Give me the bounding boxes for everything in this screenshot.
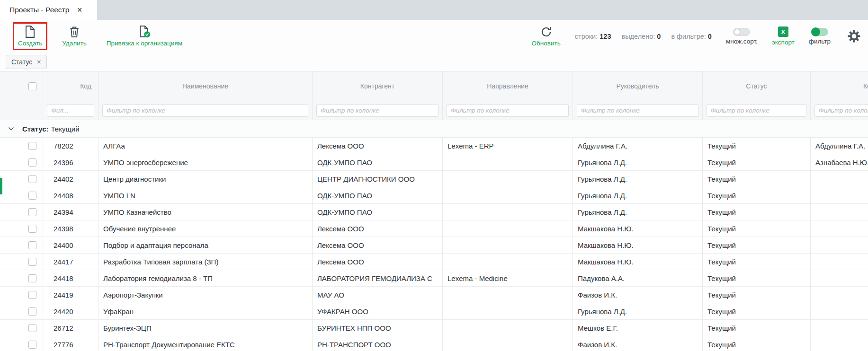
settings-gear-icon[interactable] (848, 30, 860, 43)
cell-code: 24400 (43, 237, 98, 253)
row-checkbox[interactable] (28, 341, 36, 349)
multisort-toggle[interactable]: множ.сорт. (726, 28, 758, 45)
cell-code: 24402 (43, 171, 98, 187)
cell-name: Подбор и адаптация персонала (98, 237, 313, 253)
checkbox-column-filter-cell (22, 101, 43, 120)
cell-team (811, 303, 868, 319)
cell-status: Текущий (703, 187, 811, 203)
expand-cell (0, 254, 22, 270)
row-checkbox[interactable] (28, 208, 36, 216)
expand-cell (0, 187, 22, 203)
expand-cell (0, 154, 22, 170)
toolbar: Создать Удалить Привязка к организациям (0, 20, 868, 53)
table-row[interactable]: 26712 Буринтех-ЭЦП БУРИНТЕХ НПП ООО Мешк… (0, 320, 868, 336)
filter-input-counterparty[interactable] (316, 104, 438, 117)
filter-input-name[interactable] (102, 104, 308, 117)
tab-title: Проекты - Реестр (9, 6, 69, 14)
row-checkbox[interactable] (28, 307, 36, 316)
column-header-status[interactable]: Статус (703, 71, 811, 101)
table-row[interactable]: 24408 УМПО LN ОДК-УМПО ПАО Гурьянова Л.Д… (0, 187, 868, 204)
row-checkbox[interactable] (28, 274, 36, 282)
refresh-button[interactable]: Обновить (532, 26, 561, 47)
filter-input-direction[interactable] (447, 104, 569, 117)
row-checkbox[interactable] (28, 175, 36, 183)
tab-projects-registry[interactable]: Проекты - Реестр ✕ (0, 0, 97, 20)
expand-cell (0, 237, 22, 253)
cell-manager: Гурьянова Л.Д. (573, 154, 703, 170)
table-row[interactable]: 24400 Подбор и адаптация персонала Лексе… (0, 237, 868, 254)
checkbox-cell (22, 303, 43, 319)
select-all-checkbox[interactable] (28, 82, 36, 90)
table-row[interactable]: 24417 Разработка Типовая зарплата (ЗП) Л… (0, 254, 868, 270)
table-header: Код Наименование Контрагент Направление … (0, 71, 868, 120)
column-header-manager[interactable]: Руководитель (573, 71, 703, 101)
cell-code: 24394 (43, 204, 98, 220)
row-checkbox[interactable] (28, 291, 36, 299)
filter-input-status[interactable] (707, 104, 806, 117)
table-row[interactable]: 24402 Центр диагностики ЦЕНТР ДИАГНОСТИК… (0, 171, 868, 187)
table-row[interactable]: 24419 Аэропорт-Закупки МАУ АО Фаизов И.К… (0, 287, 868, 303)
filter-chip-status[interactable]: Статус ✕ (6, 55, 47, 69)
table-row[interactable]: 24418 Лаборатория гемодиализа 8 - ТП ЛАБ… (0, 270, 868, 287)
export-button[interactable]: X экспорт (772, 26, 795, 46)
selected-counter: выделено: 0 (621, 33, 661, 40)
table-row[interactable]: 24394 УМПО Казначейство ОДК-УМПО ПАО Гур… (0, 204, 868, 220)
group-row-status-current[interactable]: Статус: Текущий (0, 120, 868, 138)
filter-input-team[interactable] (814, 104, 868, 117)
multisort-toggle-switch[interactable] (733, 28, 750, 36)
cell-direction (443, 237, 573, 253)
bind-organizations-button[interactable]: Привязка к организациям (107, 26, 182, 47)
cell-manager: Падукова А.А. (573, 270, 703, 286)
row-checkbox[interactable] (28, 258, 36, 266)
filter-toggle[interactable]: фильтр (809, 28, 831, 45)
cell-team (811, 336, 868, 351)
cell-team (811, 237, 868, 253)
create-button[interactable]: Создать (18, 26, 42, 47)
column-header-direction[interactable]: Направление (443, 71, 573, 101)
filter-input-manager[interactable] (577, 104, 698, 117)
table-row[interactable]: 27776 РН-Транспорт Документирование ЕКТС… (0, 336, 868, 351)
row-checkbox[interactable] (28, 324, 36, 332)
collapse-chevron-icon[interactable] (0, 127, 22, 131)
column-header-code[interactable]: Код (43, 71, 98, 101)
new-document-icon (25, 26, 36, 38)
tab-close-icon[interactable]: ✕ (77, 6, 82, 14)
cell-manager: Гурьянова Л.Д. (573, 171, 703, 187)
row-checkbox[interactable] (28, 158, 36, 167)
expand-cell (0, 171, 22, 187)
cell-status: Текущий (703, 303, 811, 319)
left-edge-indicator (0, 178, 2, 194)
rows-counter-label: строки: (575, 33, 598, 40)
table-row[interactable]: 24398 Обучение внутреннее Лексема ООО Ма… (0, 220, 868, 237)
cell-direction (443, 320, 573, 336)
bind-organizations-label: Привязка к организациям (107, 40, 182, 47)
checkbox-cell (22, 254, 43, 270)
checkbox-cell (22, 187, 43, 203)
row-checkbox[interactable] (28, 241, 36, 249)
cell-name: Лаборатория гемодиализа 8 - ТП (98, 270, 313, 286)
in-filter-counter-value: 0 (708, 33, 712, 40)
row-checkbox[interactable] (28, 142, 36, 150)
delete-button[interactable]: Удалить (62, 26, 87, 47)
cell-status: Текущий (703, 220, 811, 237)
table-row[interactable]: 24420 УфаКран УФАКРАН ООО Гурьянова Л.Д.… (0, 303, 868, 320)
row-checkbox[interactable] (28, 225, 36, 233)
cell-team (811, 287, 868, 303)
export-button-label: экспорт (772, 39, 795, 46)
filter-input-code[interactable] (47, 104, 94, 117)
cell-counterparty: ОДК-УМПО ПАО (313, 187, 443, 203)
cell-counterparty: ОДК-УМПО ПАО (313, 204, 443, 220)
table-row[interactable]: 78202 АЛГАа Лексема ООО Lexema - ERP Абд… (0, 138, 868, 154)
filter-toggle-switch[interactable] (811, 28, 828, 36)
column-header-counterparty[interactable]: Контрагент (313, 71, 443, 101)
expand-cell (0, 303, 22, 319)
tab-bar: Проекты - Реестр ✕ (0, 0, 868, 20)
table-row[interactable]: 24396 УМПО энергосбережение ОДК-УМПО ПАО… (0, 154, 868, 171)
filter-chip-close-icon[interactable]: ✕ (36, 59, 41, 65)
cell-direction (443, 303, 573, 319)
column-header-team[interactable]: Команда (811, 71, 868, 101)
row-checkbox[interactable] (28, 192, 36, 200)
cell-direction (443, 171, 573, 187)
column-header-name[interactable]: Наименование (98, 71, 313, 101)
create-button-label: Создать (18, 40, 42, 47)
